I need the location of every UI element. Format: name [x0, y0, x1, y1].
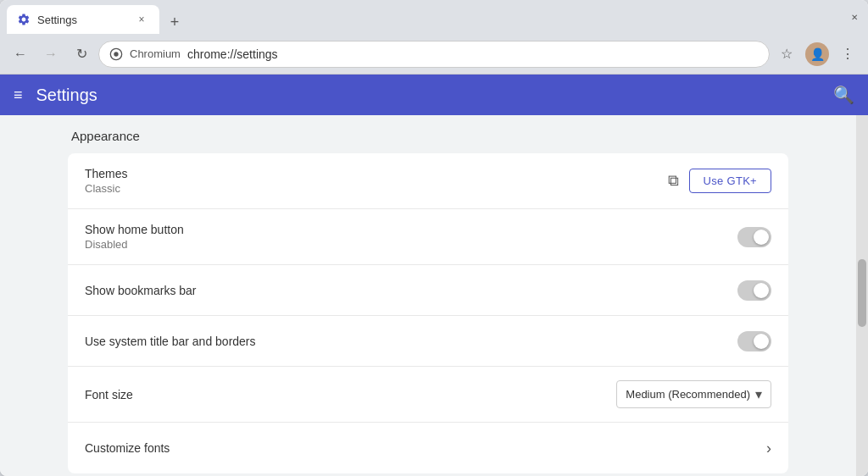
home-button-action — [737, 227, 771, 247]
font-size-value: Medium (Recommended) — [626, 388, 750, 401]
home-button-toggle[interactable] — [737, 227, 771, 247]
home-button-row: Show home button Disabled — [68, 209, 788, 265]
bookmarks-bar-action — [737, 280, 771, 301]
dropdown-arrow-icon: ▾ — [755, 386, 762, 402]
themes-label: Themes — [85, 167, 668, 180]
settings-main: Appearance Themes Classic ⧉ Use GTK+ — [0, 115, 856, 476]
themes-sublabel: Classic — [85, 182, 668, 195]
forward-button[interactable]: → — [37, 41, 64, 68]
profile-avatar: 👤 — [805, 42, 829, 66]
title-bar-row: Use system title bar and borders — [68, 316, 788, 367]
bookmarks-bar-row: Show bookmarks bar — [68, 265, 788, 316]
bookmarks-bar-toggle[interactable] — [737, 280, 771, 301]
use-gtk-button[interactable]: Use GTK+ — [689, 169, 771, 193]
font-size-action: Medium (Recommended) ▾ — [616, 380, 771, 408]
themes-action: ⧉ Use GTK+ — [668, 169, 771, 193]
font-size-content: Font size — [85, 388, 616, 401]
font-size-row: Font size Medium (Recommended) ▾ — [68, 367, 788, 423]
bookmark-button[interactable]: ☆ — [773, 41, 800, 68]
appearance-section-title: Appearance — [68, 129, 788, 143]
settings-page-title: Settings — [36, 86, 820, 105]
home-button-content: Show home button Disabled — [85, 223, 737, 251]
navigation-bar: ← → ↻ Chromium chrome://settings ☆ 👤 ⋮ — [0, 34, 868, 75]
reload-button[interactable]: ↻ — [68, 41, 95, 68]
tab-title: Settings — [37, 14, 127, 26]
themes-content: Themes Classic — [85, 167, 668, 195]
svg-point-1 — [114, 52, 118, 56]
scrollbar-thumb[interactable] — [858, 259, 866, 327]
settings-header: ≡ Settings 🔍 — [0, 75, 868, 115]
window-close-button[interactable]: ✕ — [848, 10, 861, 24]
title-bar-content: Use system title bar and borders — [85, 335, 737, 348]
themes-row: Themes Classic ⧉ Use GTK+ — [68, 153, 788, 209]
font-size-label: Font size — [85, 388, 616, 401]
settings-content: Appearance Themes Classic ⧉ Use GTK+ — [0, 115, 868, 476]
title-bar-toggle[interactable] — [737, 331, 771, 351]
bookmarks-bar-content: Show bookmarks bar — [85, 284, 737, 297]
chromium-icon — [109, 47, 123, 61]
appearance-settings-card: Themes Classic ⧉ Use GTK+ Show home butt… — [68, 153, 788, 473]
browser-name: Chromium — [130, 47, 181, 60]
address-bar[interactable]: Chromium chrome://settings — [98, 41, 770, 68]
address-url: chrome://settings — [187, 47, 278, 61]
nav-right-controls: ☆ 👤 ⋮ — [773, 41, 861, 68]
hamburger-menu-icon[interactable]: ≡ — [14, 86, 23, 104]
customize-fonts-content: Customize fonts — [85, 441, 766, 455]
settings-search-icon[interactable]: 🔍 — [833, 85, 854, 105]
bookmarks-bar-label: Show bookmarks bar — [85, 284, 737, 297]
new-tab-button[interactable]: + — [163, 10, 186, 34]
title-bar-label: Use system title bar and borders — [85, 335, 737, 348]
settings-tab-icon — [17, 13, 31, 26]
active-tab[interactable]: Settings × — [7, 5, 159, 34]
scrollbar-track[interactable] — [856, 115, 868, 476]
title-bar: Settings × + ✕ — [0, 0, 868, 34]
customize-fonts-action: › — [766, 440, 771, 457]
font-size-dropdown[interactable]: Medium (Recommended) ▾ — [616, 380, 771, 408]
browser-window: Settings × + ✕ ← → ↻ Chromium chrome://s… — [0, 0, 868, 476]
home-button-sublabel: Disabled — [85, 238, 737, 251]
window-controls: ✕ — [848, 10, 861, 24]
back-button[interactable]: ← — [7, 41, 34, 68]
customize-fonts-label: Customize fonts — [85, 441, 766, 455]
customize-fonts-chevron: › — [766, 440, 771, 457]
home-button-label: Show home button — [85, 223, 737, 236]
menu-button[interactable]: ⋮ — [834, 41, 861, 68]
tab-close-button[interactable]: × — [134, 12, 149, 27]
title-bar-action — [737, 331, 771, 351]
tabs-area: Settings × + — [7, 0, 841, 34]
external-link-icon[interactable]: ⧉ — [668, 172, 679, 190]
customize-fonts-row[interactable]: Customize fonts › — [68, 423, 788, 473]
profile-button[interactable]: 👤 — [804, 41, 831, 68]
